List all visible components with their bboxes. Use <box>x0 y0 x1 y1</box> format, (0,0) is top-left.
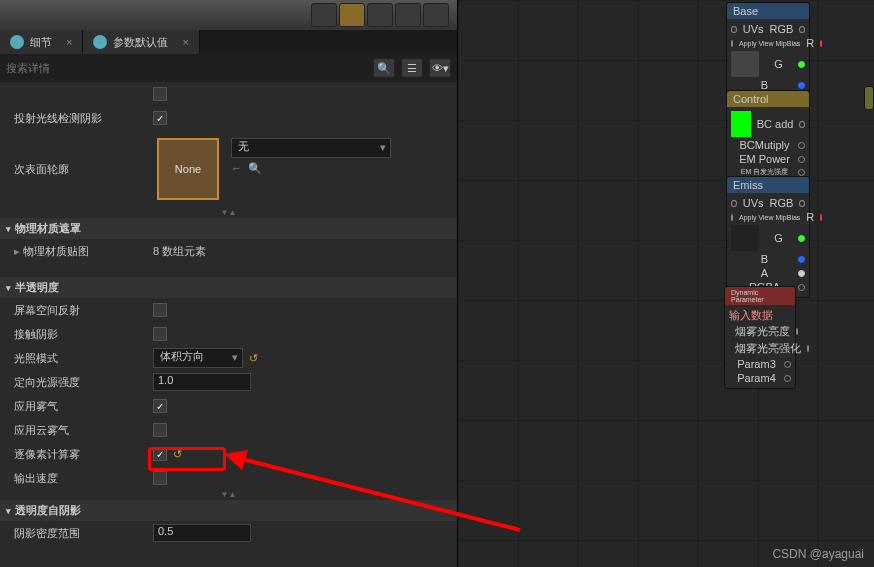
contact-shadow-label: 接触阴影 <box>8 327 153 342</box>
node-title: Base <box>727 3 809 19</box>
node-emiss[interactable]: Emiss UVsRGB Apply View MipBiasR G B A R… <box>726 176 810 298</box>
reset-icon[interactable]: ↺ <box>173 448 182 461</box>
node-title: Control <box>727 91 809 107</box>
cast-shadow-checkbox[interactable] <box>153 111 167 125</box>
node-dynamic-param[interactable]: Dynamic Parameter 输入数据 烟雾光亮度 烟雾光亮强化 Para… <box>724 286 796 389</box>
mode-btn-3[interactable] <box>367 3 393 27</box>
node-mul[interactable] <box>864 86 874 110</box>
shadow-density-input[interactable]: 0.5 <box>153 524 251 542</box>
light-mode-dropdown[interactable]: 体积方向 <box>153 348 243 368</box>
dir-intensity-label: 定向光源强度 <box>8 375 153 390</box>
tab-bar: 细节× 参数默认值× <box>0 30 457 54</box>
visibility-button[interactable]: 👁▾ <box>429 58 451 78</box>
apply-cloud-fog-label: 应用云雾气 <box>8 423 153 438</box>
search-input[interactable] <box>6 62 367 74</box>
subsurface-thumbnail[interactable]: None <box>157 138 219 200</box>
reset-icon[interactable]: ↺ <box>249 352 258 365</box>
per-pixel-fog-label: 逐像素计算雾 <box>8 447 153 462</box>
output-vel-label: 输出速度 <box>8 471 153 486</box>
node-title: Dynamic Parameter <box>725 287 795 305</box>
dir-intensity-input[interactable]: 1.0 <box>153 373 251 391</box>
contact-shadow-checkbox[interactable] <box>153 327 167 341</box>
search-bar: 🔍 ☰ 👁▾ <box>0 54 457 82</box>
section-translucency[interactable]: 半透明度 <box>0 277 457 298</box>
search-asset-icon[interactable]: 🔍 <box>248 162 262 175</box>
tab-details[interactable]: 细节× <box>0 30 83 54</box>
ssr-checkbox[interactable] <box>153 303 167 317</box>
checkbox[interactable] <box>153 87 167 101</box>
splitter[interactable]: ▼▲ <box>0 490 457 500</box>
close-icon[interactable]: × <box>66 36 72 48</box>
info-icon <box>93 35 107 49</box>
splitter[interactable]: ▼▲ <box>0 208 457 218</box>
toolbar <box>0 0 457 30</box>
mode-btn-1[interactable] <box>311 3 337 27</box>
phys-map-value: 8 数组元素 <box>153 244 206 259</box>
section-phys-mask[interactable]: 物理材质遮罩 <box>0 218 457 239</box>
node-title: Emiss <box>727 177 809 193</box>
shadow-density-label: 阴影密度范围 <box>8 526 153 541</box>
back-icon[interactable]: ← <box>231 162 242 175</box>
apply-fog-checkbox[interactable] <box>153 399 167 413</box>
details-panel: 投射光线检测阴影 次表面轮廓 None 无 ← 🔍 ▼▲ 物理材质遮罩 ▸ 物理… <box>0 82 457 567</box>
close-icon[interactable]: × <box>182 36 188 48</box>
node-control[interactable]: Control BC add BCMutiply EM Power EM 自发光… <box>726 90 810 182</box>
subsurface-dropdown[interactable]: 无 <box>231 138 391 158</box>
graph-canvas[interactable]: Base UVsRGB Apply View MipBiasR G B A RG… <box>458 0 874 567</box>
output-vel-checkbox[interactable] <box>153 471 167 485</box>
per-pixel-fog-checkbox[interactable] <box>153 447 167 461</box>
search-icon[interactable]: 🔍 <box>373 58 395 78</box>
phys-map-label: ▸ 物理材质贴图 <box>8 244 153 259</box>
mode-btn-5[interactable] <box>423 3 449 27</box>
light-mode-label: 光照模式 <box>8 351 153 366</box>
view-options-button[interactable]: ☰ <box>401 58 423 78</box>
watermark: CSDN @ayaguai <box>772 547 864 561</box>
info-icon <box>10 35 24 49</box>
mode-btn-2[interactable] <box>339 3 365 27</box>
section-self-shadow[interactable]: 透明度自阴影 <box>0 500 457 521</box>
subsurface-label: 次表面轮廓 <box>8 138 153 177</box>
mode-btn-4[interactable] <box>395 3 421 27</box>
apply-fog-label: 应用雾气 <box>8 399 153 414</box>
tab-param-defaults[interactable]: 参数默认值× <box>83 30 199 54</box>
apply-cloud-fog-checkbox[interactable] <box>153 423 167 437</box>
cast-shadow-label: 投射光线检测阴影 <box>8 111 153 126</box>
ssr-label: 屏幕空间反射 <box>8 303 153 318</box>
